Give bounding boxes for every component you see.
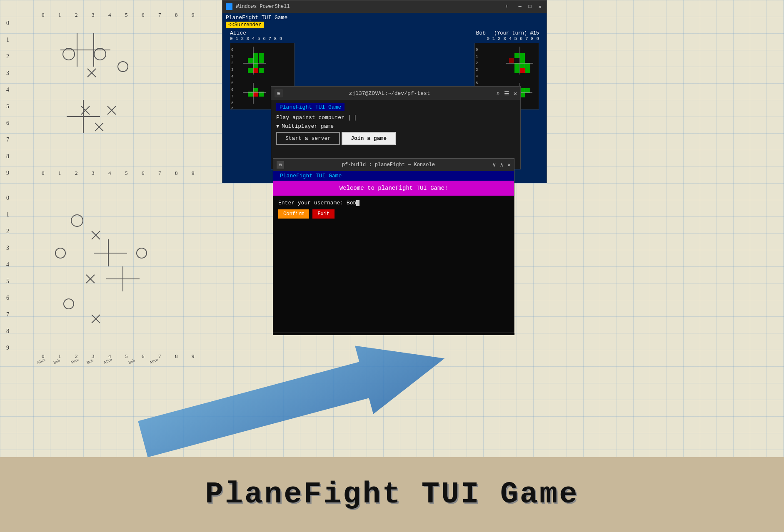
svg-rect-131 xyxy=(514,68,519,73)
pf-username-prompt: Enter your username: Bob xyxy=(278,200,356,206)
svg-text:1: 1 xyxy=(6,211,9,218)
start-server-btn[interactable]: Start a server xyxy=(276,132,340,145)
svg-point-57 xyxy=(71,215,83,226)
svg-text:8: 8 xyxy=(231,101,233,105)
pf-cursor xyxy=(356,200,360,206)
svg-text:6: 6 xyxy=(6,295,9,301)
svg-text:7: 7 xyxy=(158,170,161,176)
pf-username-line: Enter your username: Bob xyxy=(278,200,509,206)
konsole-search-btn[interactable]: ⌕ xyxy=(496,90,499,97)
svg-text:5: 5 xyxy=(231,81,233,85)
minimize-btn[interactable]: ─ xyxy=(517,3,523,10)
surrender-badge[interactable]: <<Surrender xyxy=(226,22,264,28)
konsole-menu-btn[interactable]: ☰ xyxy=(504,90,509,97)
svg-text:3: 3 xyxy=(476,68,478,72)
svg-text:6: 6 xyxy=(142,12,145,18)
svg-rect-130 xyxy=(525,63,530,68)
svg-text:9: 9 xyxy=(231,107,233,109)
svg-text:Alice: Alice xyxy=(102,357,113,365)
svg-rect-126 xyxy=(520,53,525,58)
pf-buttons: Confirm Exit xyxy=(278,209,509,219)
pf-body: Enter your username: Bob Confirm Exit xyxy=(273,196,514,333)
svg-text:0: 0 xyxy=(6,195,9,201)
pf-title: pf-build : planeFight — Konsole xyxy=(287,162,490,168)
pf-welcome-text: Welcome to planeFight TUI Game! xyxy=(340,185,448,191)
join-game-btn[interactable]: Join a game xyxy=(342,132,396,145)
svg-text:0: 0 xyxy=(42,170,45,176)
konsole-close-btn[interactable]: ✕ xyxy=(514,90,517,97)
pf-app-title: PlaneFight TUI Game xyxy=(277,172,345,180)
pf-confirm-btn[interactable]: Confirm xyxy=(278,209,309,219)
svg-text:9: 9 xyxy=(192,353,195,359)
svg-text:1: 1 xyxy=(231,55,233,59)
svg-rect-100 xyxy=(248,58,253,63)
pf-chevron-down[interactable]: ∨ xyxy=(493,162,496,168)
svg-rect-128 xyxy=(514,63,519,68)
svg-text:2: 2 xyxy=(6,228,9,234)
svg-text:0: 0 xyxy=(42,12,45,18)
svg-text:Alice: Alice xyxy=(36,357,46,365)
svg-text:6: 6 xyxy=(142,170,145,176)
svg-text:7: 7 xyxy=(6,311,9,318)
multiplayer-label: Multiplayer game xyxy=(282,123,334,129)
svg-text:4: 4 xyxy=(108,12,111,18)
svg-text:1: 1 xyxy=(6,37,9,43)
close-btn[interactable]: ✕ xyxy=(537,3,543,10)
konsole-content: PlaneFight TUI Game Play against compute… xyxy=(271,100,520,148)
bottom-bar: PlaneFight TUI Game xyxy=(0,457,784,532)
powershell-title: Windows PowerShell xyxy=(236,4,500,10)
svg-text:6: 6 xyxy=(231,88,233,92)
multiplayer-item[interactable]: ▼ Multiplayer game xyxy=(276,123,515,129)
svg-text:5: 5 xyxy=(6,278,9,284)
play-computer-item[interactable]: Play against computer │ │ xyxy=(276,114,515,121)
new-tab-btn[interactable]: + xyxy=(503,3,510,10)
svg-rect-129 xyxy=(520,63,525,68)
svg-text:Alice: Alice xyxy=(69,357,80,365)
konsole-title: zjl37@ZOVAL:~/dev/pf-test xyxy=(285,90,494,97)
player2-name: Bob xyxy=(476,30,486,36)
pf-chevron-up[interactable]: ∧ xyxy=(500,162,503,168)
svg-rect-99 xyxy=(259,53,264,58)
svg-text:7: 7 xyxy=(158,12,161,18)
svg-rect-106 xyxy=(253,68,258,73)
pf-welcome-bar: Welcome to planeFight TUI Game! xyxy=(273,181,514,196)
svg-rect-102 xyxy=(259,58,264,63)
svg-rect-103 xyxy=(253,63,258,68)
svg-text:6: 6 xyxy=(142,353,145,359)
pf-controls[interactable]: ∨ ∧ ✕ xyxy=(493,162,511,168)
svg-text:Alice: Alice xyxy=(148,357,159,365)
svg-text:2: 2 xyxy=(75,12,78,18)
svg-text:2: 2 xyxy=(75,170,78,176)
svg-text:5: 5 xyxy=(125,12,128,18)
konsole-titlebar: ⊞ zjl37@ZOVAL:~/dev/pf-test ⌕ ☰ ✕ xyxy=(271,87,520,100)
play-computer-label: Play against computer xyxy=(276,114,345,121)
powershell-icon: ■ xyxy=(226,3,232,10)
svg-text:0: 0 xyxy=(476,48,478,52)
multiplayer-buttons: Start a server Join a game xyxy=(276,132,515,145)
ps-app-title: PlaneFight TUI Game xyxy=(226,15,543,21)
window-controls[interactable]: + ─ □ ✕ xyxy=(503,3,543,10)
pf-titlebar: ⊞ pf-build : planeFight — Konsole ∨ ∧ ✕ xyxy=(273,159,514,171)
svg-text:Bob: Bob xyxy=(127,358,136,365)
maximize-btn[interactable]: □ xyxy=(527,3,533,10)
svg-text:4: 4 xyxy=(231,75,233,79)
svg-text:4: 4 xyxy=(476,75,478,79)
svg-text:1: 1 xyxy=(58,12,61,18)
svg-text:8: 8 xyxy=(175,353,178,359)
pf-exit-btn[interactable]: Exit xyxy=(312,209,335,219)
konsole-controls[interactable]: ⌕ ☰ ✕ xyxy=(496,90,517,97)
svg-rect-101 xyxy=(253,58,258,63)
svg-point-28 xyxy=(118,62,128,72)
svg-point-68 xyxy=(64,299,74,309)
svg-text:8: 8 xyxy=(6,328,9,334)
svg-text:7: 7 xyxy=(6,137,9,143)
svg-rect-132 xyxy=(525,68,530,73)
pf-icon: ⊞ xyxy=(277,161,284,169)
svg-text:9: 9 xyxy=(192,12,195,18)
svg-text:8: 8 xyxy=(175,170,178,176)
svg-point-60 xyxy=(55,248,65,258)
svg-text:3: 3 xyxy=(92,170,95,176)
svg-text:4: 4 xyxy=(6,87,9,93)
pf-close-btn[interactable]: ✕ xyxy=(507,162,511,168)
svg-text:9: 9 xyxy=(6,345,9,351)
